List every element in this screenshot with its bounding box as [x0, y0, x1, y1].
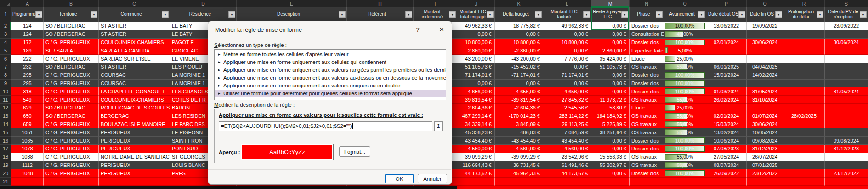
column-header-p[interactable]: Date début OS▼	[706, 7, 747, 22]
rule-type-item[interactable]: ►Appliquer une mise en forme uniquement …	[215, 66, 446, 74]
row-number[interactable]: 2	[0, 22, 11, 30]
column-letter-N[interactable]: N	[630, 0, 664, 7]
cell-pv[interactable]	[825, 80, 868, 88]
cell-facture[interactable]: 27 845,82 €	[543, 96, 591, 104]
column-header-d[interactable]: Résidence▼	[170, 7, 237, 22]
cell-pv[interactable]	[825, 104, 868, 112]
column-header-e[interactable]: Description▼	[237, 7, 347, 22]
cell-pv[interactable]	[825, 46, 868, 55]
cell-phase[interactable]: Dossier clos	[630, 39, 664, 47]
cell-facture[interactable]: 4 560,00 €	[543, 145, 591, 153]
cell-prolongation[interactable]	[783, 120, 825, 129]
row-number[interactable]: 5	[0, 46, 11, 55]
filter-dropdown-icon[interactable]: ▼	[738, 11, 745, 18]
cell-territoire[interactable]: C / G. PERIGUEUX	[44, 128, 99, 137]
cell-commune[interactable]: PERIGUEUX	[99, 161, 170, 170]
cell-avancement[interactable]: 100,00%	[664, 80, 706, 88]
column-letter-S[interactable]: S	[825, 0, 868, 7]
cell-engage[interactable]: 34 339,14 €	[457, 120, 495, 129]
row-number[interactable]: 10	[0, 87, 11, 96]
cell-prolongation[interactable]	[783, 46, 825, 55]
cell-facture[interactable]: 29 113,25 €	[543, 120, 591, 129]
column-letter-H[interactable]: H	[347, 0, 414, 7]
cell-pv[interactable]	[825, 96, 868, 104]
cell-fin[interactable]: 01/07/2024	[747, 112, 783, 120]
row-number[interactable]: 8	[0, 71, 11, 80]
cell-programme[interactable]: 549	[11, 96, 44, 104]
cell-pv[interactable]	[825, 178, 868, 186]
column-header-h[interactable]: Référent▼	[347, 7, 414, 22]
cell-fin[interactable]: 31/12/2023	[747, 145, 783, 153]
cell-engage[interactable]: 71 174,01 €	[457, 71, 495, 80]
cell-fin[interactable]	[747, 178, 783, 186]
column-header-s[interactable]: Date du PV de réception▼	[825, 7, 868, 22]
filter-dropdown-icon[interactable]: ▼	[91, 11, 97, 18]
cell-engage[interactable]: 51 105,73 €	[457, 63, 495, 71]
column-letter-R[interactable]: R	[783, 0, 825, 7]
cell-debut[interactable]	[706, 30, 747, 39]
cell-fin[interactable]: 14/02/2024	[747, 71, 783, 80]
cell-programme[interactable]: 1051	[11, 128, 44, 137]
cell-prolongation[interactable]	[783, 145, 825, 153]
column-header-l[interactable]: Montant TTC facturé▼	[543, 7, 591, 22]
column-letter-K[interactable]: K	[495, 0, 543, 7]
cell-reste[interactable]: 38 251,64 €	[591, 128, 630, 137]
cell-territoire[interactable]: SO / BERGERAC	[44, 30, 99, 39]
cell-fin[interactable]: 19/09/2022	[747, 22, 783, 30]
cell-territoire[interactable]: SO / BERGERAC	[44, 63, 99, 71]
cell-phase[interactable]: Dossier clos	[630, 87, 664, 96]
cell-facture[interactable]: 44 173,67 €	[543, 169, 591, 178]
filter-dropdown-icon[interactable]: ▼	[162, 11, 169, 18]
cell-delta[interactable]: -3 845,09 €	[495, 120, 543, 129]
cell-fin[interactable]: 07/01/2025	[747, 161, 783, 170]
cell-debut[interactable]: 02/01/2024	[706, 39, 747, 47]
cell-prolongation[interactable]	[783, 39, 825, 47]
cell-debut[interactable]: 06/01/2025	[706, 63, 747, 71]
cell-phase[interactable]: Dossier clos	[630, 22, 664, 30]
column-letter-C[interactable]: C	[99, 0, 170, 7]
cell-phase[interactable]: OS travaux	[630, 63, 664, 71]
cell-commune[interactable]: LA CHAPELLE GONAGUET	[99, 87, 170, 96]
cell-engage[interactable]: 0,00 €	[457, 30, 495, 39]
cell-debut[interactable]: 01/03/2024	[706, 87, 747, 96]
cell-phase[interactable]: Dossier clos	[630, 80, 664, 88]
cell-commune[interactable]: ST ASTIER	[99, 22, 170, 30]
cell-pv[interactable]	[825, 30, 868, 39]
cell-delta[interactable]: -10 800,00 €	[495, 39, 543, 47]
cell-prolongation[interactable]	[783, 137, 825, 145]
cell-programme[interactable]: 172	[11, 39, 44, 47]
cell-delta[interactable]: -39 099,29 €	[495, 153, 543, 161]
cell-engage[interactable]: 2 604,36 €	[457, 104, 495, 112]
cell-debut[interactable]: 13/02/2024	[706, 128, 747, 137]
cell-phase[interactable]: OS travaux	[630, 112, 664, 120]
cell-phase[interactable]: Expertise faite	[630, 46, 664, 55]
cancel-button[interactable]: Annuler	[418, 174, 447, 183]
cell-prolongation[interactable]	[783, 104, 825, 112]
cell-pv[interactable]	[825, 63, 868, 71]
filter-dropdown-icon[interactable]: ▼	[698, 11, 705, 18]
cell-delta[interactable]: -15 452,02 €	[495, 63, 543, 71]
row-number[interactable]: 15	[0, 128, 11, 137]
cell-debut[interactable]: 27/05/2024	[706, 153, 747, 161]
cell-debut[interactable]	[706, 178, 747, 186]
cell-reste[interactable]: 51 105,73 €	[591, 63, 630, 71]
cell-fin[interactable]: 26/07/2024	[747, 153, 783, 161]
filter-dropdown-icon[interactable]: ▼	[656, 11, 663, 18]
cell-fin[interactable]: 04/04/2025	[747, 63, 783, 71]
cell-debut[interactable]: 26/02/2024	[706, 96, 747, 104]
cell-delta[interactable]: -39 819,54 €	[495, 96, 543, 104]
cell-delta[interactable]	[495, 178, 543, 186]
cell-phase[interactable]: Dossier clos	[630, 71, 664, 80]
cell-prolongation[interactable]	[783, 153, 825, 161]
cell-phase[interactable]: Dossier clos	[630, 137, 664, 145]
cell-pv[interactable]: 23/09/2022	[825, 22, 868, 30]
column-header-o[interactable]: Avancement▼	[664, 7, 706, 22]
cell-programme[interactable]: 189	[11, 46, 44, 55]
column-header-q[interactable]: Date fin OS▼	[747, 7, 783, 22]
cell-prolongation[interactable]	[783, 96, 825, 104]
cell-avancement[interactable]: 45,00%	[664, 30, 706, 39]
cell-commune[interactable]: BERGERAC	[99, 112, 170, 120]
rule-type-item[interactable]: ►Appliquer une mise en forme uniquement …	[215, 58, 446, 66]
cell-reste[interactable]	[591, 178, 630, 186]
cell-fin[interactable]	[747, 46, 783, 55]
